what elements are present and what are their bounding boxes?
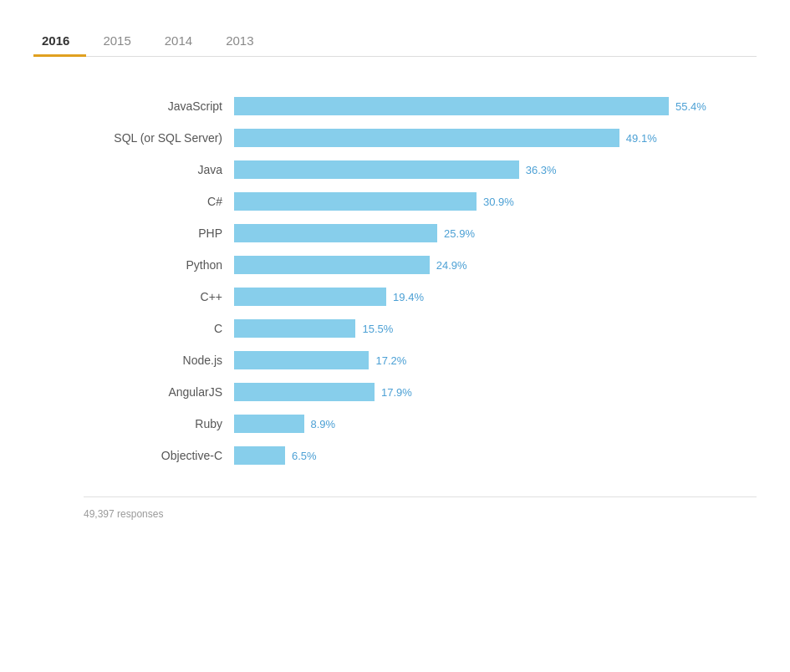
bar: [234, 160, 519, 179]
bar-value-label: 30.9%: [483, 196, 514, 208]
chart-row: PHP25.9%: [84, 217, 757, 249]
bar-container: 17.9%: [234, 383, 757, 401]
chart-row: Ruby8.9%: [84, 408, 757, 440]
bar-label: PHP: [84, 227, 234, 240]
bar-container: 24.9%: [234, 256, 757, 274]
bar-value-label: 36.3%: [526, 164, 557, 176]
bar: [234, 415, 304, 433]
bar-container: 6.5%: [234, 446, 757, 465]
bar: [234, 224, 437, 242]
bar: [234, 351, 369, 369]
bar-value-label: 25.9%: [444, 227, 475, 240]
bar-value-label: 24.9%: [436, 259, 467, 272]
bar-container: 15.5%: [234, 319, 757, 338]
bar-label: Java: [84, 163, 234, 176]
bar-container: 25.9%: [234, 224, 757, 242]
tab-2013[interactable]: 2013: [209, 25, 270, 56]
bar: [234, 192, 477, 211]
bar-label: C: [84, 322, 234, 335]
bar: [234, 446, 285, 465]
bar-container: 36.3%: [234, 160, 757, 179]
chart-row: Objective-C6.5%: [84, 440, 757, 471]
bar-value-label: 17.2%: [375, 354, 406, 367]
bar-value-label: 8.9%: [311, 418, 336, 430]
bar-label: C#: [84, 195, 234, 208]
chart-row: Node.js17.2%: [84, 344, 757, 376]
bar-chart: JavaScript55.4%SQL (or SQL Server)49.1%J…: [84, 90, 757, 471]
chart-row: Python24.9%: [84, 249, 757, 281]
chart-row: Java36.3%: [84, 154, 757, 186]
bar-label: Ruby: [84, 417, 234, 430]
bar-value-label: 17.9%: [381, 386, 412, 399]
bar-value-label: 19.4%: [393, 291, 424, 303]
bar-container: 19.4%: [234, 288, 757, 306]
bar-label: JavaScript: [84, 99, 234, 113]
bar-container: 55.4%: [234, 97, 757, 115]
bar-label: Node.js: [84, 354, 234, 367]
bar-label: Python: [84, 258, 234, 272]
bar-value-label: 49.1%: [626, 132, 657, 145]
bar-value-label: 6.5%: [292, 450, 317, 462]
tab-2015[interactable]: 2015: [86, 25, 147, 56]
bar-container: 49.1%: [234, 129, 757, 147]
chart-row: C15.5%: [84, 313, 757, 344]
chart-row: JavaScript55.4%: [84, 90, 757, 122]
bar: [234, 288, 386, 306]
bar-label: C++: [84, 290, 234, 303]
year-tabs: 2016201520142013: [33, 25, 757, 57]
bar-container: 30.9%: [234, 192, 757, 211]
chart-row: SQL (or SQL Server)49.1%: [84, 122, 757, 154]
bar: [234, 383, 375, 401]
bar-value-label: 15.5%: [362, 323, 393, 335]
bar: [234, 319, 355, 338]
tab-2016[interactable]: 2016: [33, 25, 86, 56]
main-container: 2016201520142013 JavaScript55.4%SQL (or …: [0, 0, 790, 554]
bar-value-label: 55.4%: [675, 100, 706, 113]
bar-label: AngularJS: [84, 385, 234, 399]
tab-2014[interactable]: 2014: [148, 25, 209, 56]
bar-label: SQL (or SQL Server): [84, 131, 234, 145]
bar-container: 17.2%: [234, 351, 757, 369]
bar: [234, 256, 430, 274]
response-count: 49,397 responses: [84, 508, 163, 520]
bar-label: Objective-C: [84, 449, 234, 462]
chart-row: AngularJS17.9%: [84, 376, 757, 408]
bar: [234, 97, 669, 115]
chart-row: C++19.4%: [84, 281, 757, 313]
chart-footer: 49,397 responses: [84, 496, 757, 521]
bar-container: 8.9%: [234, 415, 757, 433]
bar: [234, 129, 619, 147]
chart-row: C#30.9%: [84, 186, 757, 217]
